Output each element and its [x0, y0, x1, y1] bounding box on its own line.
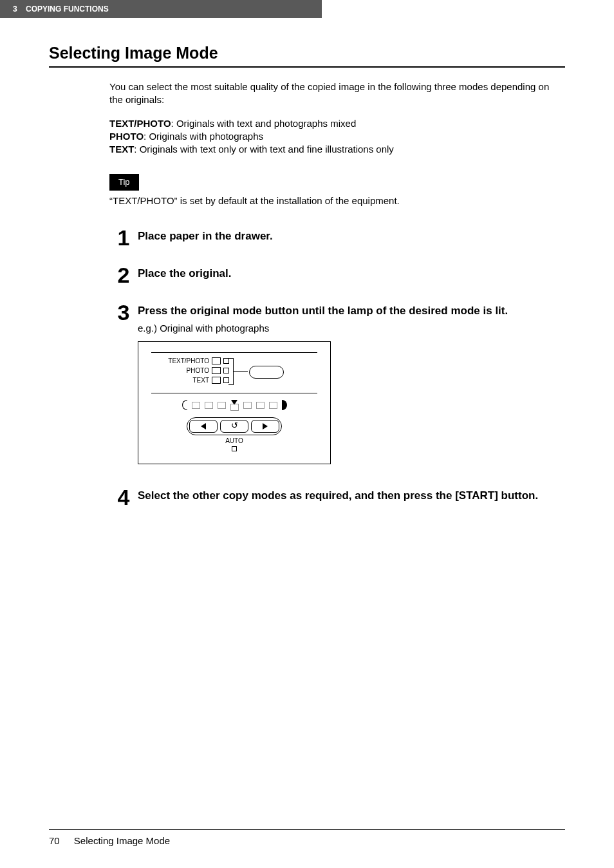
- density-level: [256, 402, 265, 409]
- mode-select-button: [249, 366, 284, 379]
- panel-mode-label: TEXT: [151, 376, 209, 384]
- step: 3 Press the original mode button until t…: [109, 301, 565, 464]
- density-darker-button: [251, 420, 279, 433]
- step-title: Select the other copy modes as required,…: [138, 486, 565, 503]
- section-title: Selecting Image Mode: [49, 44, 565, 68]
- photo-icon: [212, 367, 221, 374]
- density-level: [205, 402, 213, 409]
- intro-paragraph: You can select the most suitable quality…: [109, 80, 565, 107]
- step-title: Place paper in the drawer.: [138, 227, 565, 243]
- density-reset-button: ↺: [220, 420, 248, 433]
- page-number: 70: [49, 835, 60, 846]
- mode-name: PHOTO: [109, 131, 144, 142]
- chapter-title: COPYING FUNCTIONS: [26, 5, 109, 14]
- page-footer: 70 Selecting Image Mode: [49, 829, 565, 846]
- mode-description: TEXT/PHOTO: Originals with text and phot…: [109, 117, 565, 130]
- mode-name: TEXT: [109, 144, 134, 155]
- mode-name: TEXT/PHOTO: [109, 118, 171, 129]
- density-light-icon: [182, 400, 187, 410]
- step: 4 Select the other copy modes as require…: [109, 486, 565, 508]
- step: 1 Place paper in the drawer.: [109, 227, 565, 249]
- density-dark-icon: [282, 400, 287, 410]
- density-level: [269, 402, 277, 409]
- density-lighter-button: [189, 420, 218, 433]
- mode-desc-text: : Originals with text and photographs mi…: [171, 118, 357, 129]
- tip-text: “TEXT/PHOTO” is set by default at the in…: [109, 194, 565, 207]
- step-number: 3: [109, 301, 138, 323]
- density-level: [218, 402, 226, 409]
- density-button-group: ↺: [187, 417, 282, 435]
- step: 2 Place the original.: [109, 264, 565, 286]
- mode-desc-text: : Originals with text only or with text …: [134, 144, 394, 155]
- bracket-line: [234, 371, 248, 372]
- control-panel-diagram: TEXT/PHOTO PHOTO TEXT: [138, 341, 331, 464]
- step-number: 4: [109, 486, 138, 508]
- triangle-right-icon: [263, 423, 268, 429]
- density-controls-row: ↺: [151, 417, 317, 435]
- density-level: [192, 402, 200, 409]
- step-title: Place the original.: [138, 264, 565, 281]
- panel-mode-label: PHOTO: [151, 366, 209, 375]
- step-subtitle: e.g.) Original with photographs: [138, 322, 565, 335]
- reset-icon: ↺: [231, 420, 238, 431]
- mode-description: TEXT: Originals with text only or with t…: [109, 143, 565, 156]
- mode-description: PHOTO: Originals with photographs: [109, 130, 565, 143]
- bracket-connector: [228, 358, 234, 385]
- density-indicator-row: [151, 400, 317, 411]
- triangle-left-icon: [201, 423, 206, 429]
- chapter-header: 3 COPYING FUNCTIONS: [0, 0, 322, 18]
- panel-mode-label: TEXT/PHOTO: [151, 357, 209, 365]
- step-title: Press the original mode button until the…: [138, 304, 565, 318]
- step-number: 2: [109, 264, 138, 286]
- text-photo-icon: [212, 357, 221, 364]
- mode-desc-text: : Originals with photographs: [144, 131, 263, 142]
- text-icon: [212, 377, 221, 384]
- chapter-number: 3: [13, 5, 17, 14]
- panel-mode-row: TEXT/PHOTO: [151, 357, 317, 365]
- auto-label: AUTO: [225, 437, 243, 444]
- density-level: [243, 402, 252, 409]
- footer-title: Selecting Image Mode: [74, 835, 170, 846]
- density-level: [230, 404, 239, 411]
- panel-mode-row: TEXT: [151, 376, 317, 384]
- auto-indicator-lamp: [232, 446, 237, 451]
- step-number: 1: [109, 227, 138, 249]
- tip-badge: Tip: [109, 174, 139, 191]
